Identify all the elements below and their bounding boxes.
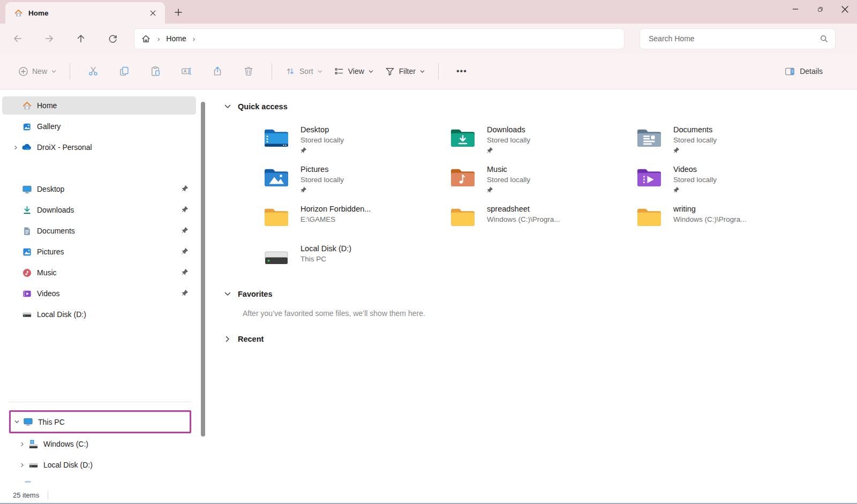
close-button[interactable]: [832, 0, 857, 18]
search-icon[interactable]: [820, 34, 829, 43]
up-button[interactable]: [71, 28, 91, 49]
videos-icon: [21, 288, 32, 299]
tile-documents[interactable]: Documents Stored locally: [636, 123, 822, 162]
breadcrumb-home[interactable]: Home: [166, 34, 186, 43]
recent-header[interactable]: Recent: [224, 333, 857, 345]
tile-desktop[interactable]: Desktop Stored locally: [263, 123, 449, 162]
details-pane-icon: [784, 66, 795, 77]
tile-downloads[interactable]: Downloads Stored locally: [449, 123, 636, 162]
documents-icon: [21, 225, 32, 236]
windows-drive-icon: [28, 439, 39, 449]
tile-horizon-forbidden[interactable]: Horizon Forbidden... E:\GAMES: [263, 202, 449, 242]
sort-button[interactable]: Sort: [280, 62, 328, 81]
chevron-right-icon[interactable]: [16, 462, 28, 468]
cut-scissors-icon: [87, 65, 99, 77]
pin-icon: [182, 206, 189, 214]
chevron-down-icon[interactable]: [11, 419, 22, 425]
sidebar-item-documents[interactable]: Documents: [2, 222, 196, 240]
sidebar-item-downloads[interactable]: Downloads: [2, 201, 196, 219]
sort-icon: [285, 66, 296, 77]
sidebar-item-local-disk-d[interactable]: Local Disk (D:): [2, 305, 196, 324]
tile-pictures[interactable]: Pictures Stored locally: [263, 162, 449, 202]
minimize-button[interactable]: [783, 0, 808, 18]
sidebar-item-label: Pictures: [37, 247, 64, 256]
more-options-button[interactable]: •••: [450, 61, 473, 82]
downloads-icon: [21, 205, 32, 215]
rename-button[interactable]: [175, 61, 198, 82]
tile-music[interactable]: Music Stored locally: [449, 162, 636, 202]
tab-home[interactable]: Home: [5, 2, 165, 24]
tab-close-icon[interactable]: [146, 6, 160, 20]
command-toolbar: New Sort View: [0, 54, 857, 89]
delete-button[interactable]: [237, 61, 260, 82]
scrollbar-thumb[interactable]: [201, 102, 205, 437]
sidebar-item-local-disk-d-tree[interactable]: Local Disk (D:): [2, 456, 196, 474]
cut-button[interactable]: [81, 61, 105, 82]
restore-icon: [817, 6, 824, 13]
sidebar-item-label: This PC: [38, 418, 65, 426]
pin-icon: [487, 147, 493, 153]
window-controls: [783, 0, 857, 24]
details-button[interactable]: Details: [778, 62, 829, 81]
tile-title: Desktop: [300, 125, 344, 135]
forward-button[interactable]: [39, 28, 59, 49]
minimize-icon: [792, 6, 799, 12]
sidebar-item-onedrive[interactable]: DroiX - Personal: [2, 138, 196, 156]
toolbar-separator: [70, 63, 70, 79]
tab-bar: Home: [0, 0, 857, 24]
section-title: Favorites: [238, 290, 272, 298]
restore-button[interactable]: [808, 0, 832, 18]
chevron-down-icon[interactable]: [224, 103, 231, 110]
favorites-header[interactable]: Favorites: [224, 288, 857, 300]
search-input[interactable]: [649, 34, 820, 43]
sidebar-item-this-pc[interactable]: This PC: [11, 412, 190, 432]
back-button[interactable]: [7, 28, 28, 49]
breadcrumb-chevron-icon: ›: [157, 35, 160, 43]
new-button[interactable]: New: [13, 62, 62, 81]
paste-button[interactable]: [144, 61, 167, 82]
breadcrumb-chevron-icon[interactable]: ›: [193, 35, 195, 43]
sidebar-scrollbar[interactable]: [200, 89, 206, 487]
view-button[interactable]: View: [328, 62, 379, 81]
sidebar-spacer: [0, 159, 198, 180]
sidebar-item-label: Home: [37, 101, 57, 110]
downloads-folder-icon: [449, 125, 476, 149]
filter-button[interactable]: Filter: [379, 62, 431, 81]
search-box[interactable]: [640, 29, 835, 49]
tile-writing[interactable]: writing Windows (C:)\Progra...: [636, 202, 822, 242]
new-tab-button[interactable]: [169, 3, 187, 21]
sidebar-item-music[interactable]: Music: [2, 264, 196, 282]
refresh-button[interactable]: [102, 28, 123, 49]
view-label: View: [348, 67, 364, 76]
share-button[interactable]: [206, 61, 229, 82]
pin-icon: [182, 289, 189, 298]
tile-title: Local Disk (D:): [300, 244, 351, 254]
quick-access-grid: Desktop Stored locally D: [263, 123, 857, 281]
chevron-down-icon: [51, 69, 57, 74]
sidebar-item-desktop[interactable]: Desktop: [2, 180, 196, 198]
chevron-right-icon[interactable]: [224, 335, 231, 343]
quick-access-header[interactable]: Quick access: [224, 100, 857, 113]
chevron-down-icon[interactable]: [224, 290, 231, 298]
annotation-highlight-box: This PC: [9, 410, 191, 433]
copy-button[interactable]: [112, 61, 136, 82]
tile-title: Documents: [673, 125, 717, 135]
tile-spreadsheet[interactable]: spreadsheet Windows (C:)\Progra...: [449, 202, 636, 242]
sidebar-item-windows-c[interactable]: Windows (C:): [2, 435, 196, 453]
details-label: Details: [800, 67, 823, 76]
status-bar: 25 items: [0, 487, 857, 503]
chevron-right-icon[interactable]: [10, 145, 21, 151]
address-bar[interactable]: › Home ›: [134, 29, 624, 49]
tile-videos[interactable]: Videos Stored locally: [636, 162, 822, 202]
chevron-right-icon[interactable]: [16, 441, 28, 447]
tile-local-disk-d[interactable]: Local Disk (D:) This PC: [263, 242, 449, 281]
sidebar-item-gallery[interactable]: Gallery: [2, 117, 196, 136]
sidebar-item-home[interactable]: Home: [2, 96, 196, 115]
refresh-icon: [107, 33, 118, 44]
pin-icon: [300, 147, 307, 153]
this-pc-monitor-icon: [22, 417, 33, 427]
sidebar-item-pictures[interactable]: Pictures: [2, 243, 196, 261]
sidebar-item-videos[interactable]: Videos: [2, 284, 196, 303]
favorites-empty-message: After you’ve favorited some files, we’ll…: [243, 309, 857, 318]
items-count: 25 items: [13, 491, 39, 499]
